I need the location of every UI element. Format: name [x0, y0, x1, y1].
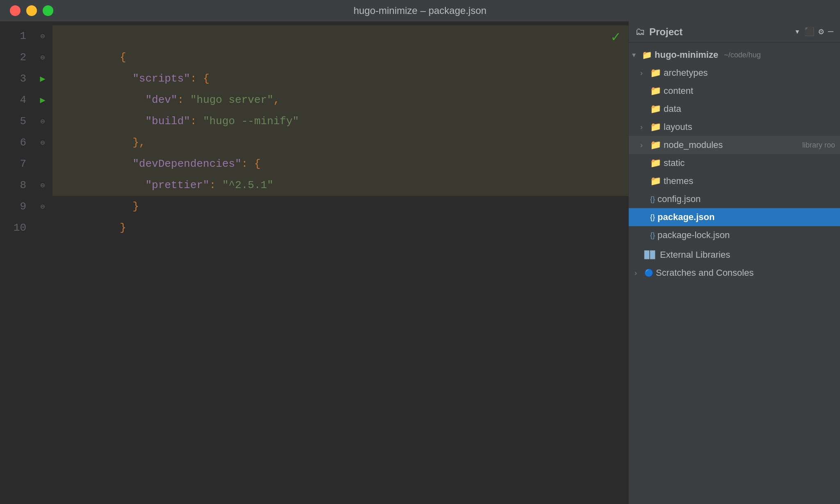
fold-icon-8[interactable]: ⊖: [33, 175, 52, 196]
expand-arrow-scratches: ›: [635, 269, 642, 277]
line-number: 5: [0, 111, 26, 132]
fold-icon-9[interactable]: ⊖: [33, 196, 52, 217]
expand-arrow-archetypes: ›: [640, 69, 648, 77]
line-number: 6: [0, 132, 26, 153]
dropdown-arrow-icon[interactable]: ▾: [794, 26, 800, 37]
sidebar-item-data[interactable]: › 📁 data: [629, 100, 840, 118]
maximize-button[interactable]: [43, 5, 53, 16]
layouts-label: layouts: [664, 122, 835, 132]
line-number: 9: [0, 196, 26, 217]
gutter: ⊖ ⊖ ▶ ▶ ⊖ ⊖ ⊖ ⊖: [33, 21, 52, 504]
config-json-icon: {}: [650, 195, 655, 204]
settings-icon[interactable]: ⚙: [819, 26, 824, 37]
fold-icon-2[interactable]: ⊖: [33, 47, 52, 68]
package-json-label: package.json: [657, 212, 835, 222]
static-folder-icon: 📁: [650, 158, 661, 168]
line-number: 8: [0, 175, 26, 196]
sidebar-item-root[interactable]: ▾ 📁 hugo-minimize ~/code/hug: [629, 46, 840, 64]
expand-arrow-node-modules: ›: [640, 141, 648, 150]
line-number: 2: [0, 47, 26, 68]
line-number: 4: [0, 89, 26, 111]
static-label: static: [664, 158, 835, 168]
node-modules-hint: library roo: [802, 141, 835, 150]
editor-panel: 1 2 3 4 5 6 7 8 9 10 ⊖ ⊖ ▶ ▶ ⊖ ⊖ ⊖: [0, 21, 628, 504]
package-lock-json-label: package-lock.json: [657, 230, 835, 241]
fold-icon-5[interactable]: ⊖: [33, 111, 52, 132]
fold-icon-1[interactable]: ⊖: [33, 25, 52, 47]
line-number: 10: [0, 217, 26, 238]
code-area[interactable]: ✓ { "scripts": { "dev": "hugo server", "…: [52, 21, 628, 504]
line-number: 1: [0, 25, 26, 47]
sidebar-item-external-libraries[interactable]: › ▉▉ External Libraries: [629, 246, 840, 264]
code-line-10: [52, 217, 628, 238]
root-folder-path: ~/code/hug: [724, 51, 761, 59]
code-line-1: {: [52, 25, 628, 47]
gutter-empty-10: [33, 217, 52, 238]
config-json-label: config.json: [657, 194, 835, 204]
line-numbers: 1 2 3 4 5 6 7 8 9 10: [0, 21, 33, 504]
fold-icon-6[interactable]: ⊖: [33, 132, 52, 153]
filter-icon[interactable]: ⬛: [804, 27, 815, 37]
root-folder-name: hugo-minimize: [655, 50, 718, 60]
code-line-2: "scripts": {: [52, 47, 628, 68]
content-folder-icon: 📁: [650, 86, 661, 96]
sidebar-header: 🗂 Project ▾ ⬛ ⚙ —: [629, 21, 840, 43]
themes-folder-icon: 📁: [650, 176, 661, 186]
node-modules-label: node_modules: [664, 140, 797, 150]
check-mark-icon: ✓: [611, 28, 620, 46]
scratches-label: Scratches and Consoles: [656, 268, 835, 278]
play-icon-3[interactable]: ▶: [33, 68, 52, 89]
title-bar: hugo-minimize – package.json: [0, 0, 840, 21]
sidebar-item-node-modules[interactable]: › 📁 node_modules library roo: [629, 136, 840, 154]
line-number: 3: [0, 68, 26, 89]
external-libraries-icon: ▉▉: [644, 250, 656, 259]
collapse-icon[interactable]: —: [828, 27, 833, 37]
project-folder-icon: 🗂: [635, 26, 645, 38]
close-button[interactable]: [10, 5, 21, 16]
sidebar-item-package-lock-json[interactable]: › {} package-lock.json: [629, 226, 840, 244]
sidebar-title: Project: [649, 26, 790, 38]
root-folder-icon: 📁: [642, 50, 652, 60]
window-title: hugo-minimize – package.json: [354, 5, 486, 16]
sidebar: 🗂 Project ▾ ⬛ ⚙ — ▾ 📁 hugo-minimize ~/co…: [628, 21, 840, 504]
scratches-icon: 🔵: [644, 268, 653, 277]
sidebar-item-config-json[interactable]: › {} config.json: [629, 190, 840, 208]
expand-arrow-layouts: ›: [640, 123, 648, 132]
sidebar-item-content[interactable]: › 📁 content: [629, 82, 840, 100]
data-folder-icon: 📁: [650, 104, 661, 114]
package-json-icon: {}: [650, 213, 655, 222]
data-label: data: [664, 104, 835, 114]
node-modules-folder-icon: 📁: [650, 140, 661, 150]
themes-label: themes: [664, 176, 835, 186]
sidebar-item-package-json[interactable]: › {} package.json: [629, 208, 840, 226]
minimize-button[interactable]: [26, 5, 37, 16]
sidebar-content: ▾ 📁 hugo-minimize ~/code/hug › 📁 archety…: [629, 43, 840, 504]
gutter-empty-7: [33, 153, 52, 175]
editor-content: 1 2 3 4 5 6 7 8 9 10 ⊖ ⊖ ▶ ▶ ⊖ ⊖ ⊖: [0, 21, 628, 504]
package-lock-json-icon: {}: [650, 231, 655, 240]
sidebar-item-archetypes[interactable]: › 📁 archetypes: [629, 64, 840, 82]
window-controls: [10, 5, 53, 16]
external-libraries-label: External Libraries: [660, 250, 835, 260]
archetypes-label: archetypes: [664, 68, 835, 78]
main-layout: 1 2 3 4 5 6 7 8 9 10 ⊖ ⊖ ▶ ▶ ⊖ ⊖ ⊖: [0, 21, 840, 504]
sidebar-item-layouts[interactable]: › 📁 layouts: [629, 118, 840, 136]
content-label: content: [664, 86, 835, 96]
line-number: 7: [0, 153, 26, 175]
sidebar-item-themes[interactable]: › 📁 themes: [629, 172, 840, 190]
layouts-folder-icon: 📁: [650, 122, 661, 132]
expand-arrow-root: ▾: [632, 50, 639, 59]
sidebar-item-static[interactable]: › 📁 static: [629, 154, 840, 172]
sidebar-item-scratches[interactable]: › 🔵 Scratches and Consoles: [629, 264, 840, 282]
archetypes-folder-icon: 📁: [650, 68, 661, 78]
play-icon-4[interactable]: ▶: [33, 89, 52, 111]
